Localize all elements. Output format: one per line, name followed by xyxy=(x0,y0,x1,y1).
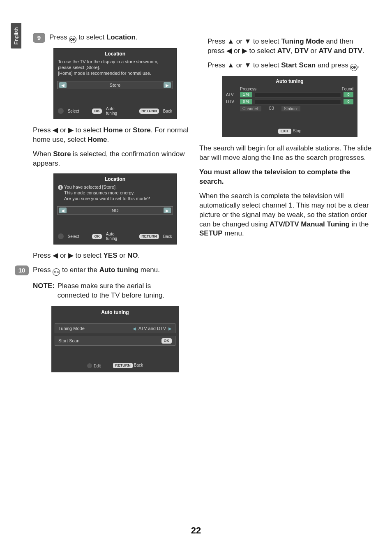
note-label: NOTE: xyxy=(33,282,55,290)
footer-select: Select xyxy=(68,109,79,113)
page-number: 22 xyxy=(0,525,392,536)
progress-bar xyxy=(255,99,341,104)
paragraph-home-or-store: Press ◀ or ▶ to select Home or Store. Fo… xyxy=(33,126,197,145)
osd-value: NO xyxy=(67,208,164,213)
progress-row-atv: ATV 1 % 0 xyxy=(222,91,357,98)
text-bold: DTV xyxy=(295,47,309,55)
dpad-icon xyxy=(87,363,92,368)
step-10: 10 Press OK to enter the Auto tuning men… xyxy=(15,265,197,276)
osd-desc: To use the TV for the display in a store… xyxy=(54,59,176,79)
footer-edit: Edit xyxy=(94,364,101,368)
row-label: Tuning Mode xyxy=(58,326,85,331)
progress-row-dtv: DTV 0 % 0 xyxy=(222,98,357,105)
ok-pill: OK xyxy=(92,108,102,114)
hdr-found: Found xyxy=(337,87,353,91)
text: You have selected [Store]. xyxy=(64,185,117,189)
paragraph-yes-no: Press ◀ or ▶ to select YES or NO. xyxy=(33,251,197,261)
text: Press xyxy=(49,33,69,41)
text: Press ◀ or ▶ to select xyxy=(33,252,104,259)
text: [Home] mode is recommended for normal us… xyxy=(58,71,151,76)
row-found: 0 xyxy=(344,99,353,104)
text: This mode consumes more energy. xyxy=(58,190,135,196)
text: To use the TV for the display in a store… xyxy=(58,59,158,70)
text-bold: Auto tuning xyxy=(99,266,138,274)
text: menu. xyxy=(138,266,160,274)
osd-location-store: Location To use the TV for the display i… xyxy=(53,48,177,119)
info-channel-label: Channel: xyxy=(240,106,261,111)
text: or xyxy=(118,252,128,259)
info-icon: ℹ xyxy=(58,185,63,190)
left-arrow-icon[interactable]: ◀ xyxy=(59,208,67,213)
progress-bar xyxy=(255,92,341,97)
return-pill: RETURN xyxy=(113,363,133,368)
text-bold: SETUP xyxy=(199,229,223,237)
osd-location-confirm: Location ℹYou have selected [Store]. Thi… xyxy=(53,173,177,245)
row-found: 0 xyxy=(344,92,353,97)
osd-title: Location xyxy=(54,174,176,185)
left-arrow-icon[interactable]: ◀ xyxy=(59,82,67,88)
text: . xyxy=(357,61,360,69)
dpad-icon xyxy=(58,233,64,239)
exit-pill: EXIT xyxy=(278,129,291,134)
ok-icon: OK xyxy=(53,268,60,276)
text-bold: ATV xyxy=(277,47,291,55)
dpad-icon xyxy=(58,108,64,114)
osd-footer: Edit RETURNBack xyxy=(51,360,179,372)
row-tuning-mode[interactable]: Tuning Mode ◀ ATV and DTV ▶ xyxy=(55,323,175,333)
footer-return: Back xyxy=(163,109,172,113)
ok-icon: OK xyxy=(350,64,357,71)
step-9-text: Press OK to select Location. xyxy=(49,33,197,43)
paragraph-start-scan: Press ▲ or ▼ to select Start Scan and pr… xyxy=(208,61,372,71)
row-start-scan[interactable]: Start Scan OK xyxy=(55,336,175,346)
left-arrow-icon[interactable]: ◀ xyxy=(133,326,136,331)
footer-return: Back xyxy=(134,363,143,367)
text: and press xyxy=(316,61,350,69)
osd-value-row[interactable]: ◀ NO ▶ xyxy=(57,206,173,215)
osd-value-row[interactable]: ◀ Store ▶ xyxy=(57,81,173,89)
language-tab: English xyxy=(11,23,21,48)
ok-pill[interactable]: OK xyxy=(161,338,172,344)
osd-title: Location xyxy=(54,48,176,59)
text-bold: Tuning Mode xyxy=(281,37,324,45)
text: , xyxy=(291,47,294,55)
ok-icon: OK xyxy=(69,36,76,43)
text-bold: Start Scan xyxy=(281,61,316,69)
osd-auto-tuning-progress: Auto tuning Progress Found ATV 1 % 0 DTV… xyxy=(222,76,357,137)
osd-footer: Select OK Auto tuning RETURN Back xyxy=(54,104,176,119)
text-bold: NO xyxy=(127,252,138,259)
osd-value: Store xyxy=(67,83,164,88)
step-10-text: Press OK to enter the Auto tuning menu. xyxy=(33,265,197,276)
osd-title: Auto tuning xyxy=(51,306,179,321)
right-arrow-icon[interactable]: ▶ xyxy=(164,208,171,213)
text: or xyxy=(309,47,319,55)
osd-progress-header: Progress Found xyxy=(222,87,357,91)
note-aerial: NOTE: Please make sure the aerial is con… xyxy=(33,282,197,300)
text-bold: You must allow the television to complet… xyxy=(199,168,350,185)
step-badge-9: 9 xyxy=(33,33,45,43)
osd-footer: EXITStop xyxy=(222,127,357,137)
text: menu. xyxy=(223,229,244,237)
text: or xyxy=(125,126,133,134)
row-label: Start Scan xyxy=(58,338,79,343)
text: Press xyxy=(33,266,53,274)
row-label: DTV xyxy=(226,99,238,104)
language-tab-label: English xyxy=(13,27,19,45)
right-arrow-icon[interactable]: ▶ xyxy=(164,82,171,88)
text-bold: Store xyxy=(53,150,71,158)
osd-progress-info: Channel: C3 Station: xyxy=(222,105,357,113)
info-station-label: Station: xyxy=(281,106,300,111)
text-bold: ATV and DTV xyxy=(318,47,362,55)
text-bold: YES xyxy=(104,252,118,259)
right-arrow-icon[interactable]: ▶ xyxy=(168,326,172,331)
text: Press ▲ or ▼ to select xyxy=(208,37,281,45)
text: in the xyxy=(350,220,369,228)
osd-desc: ℹYou have selected [Store]. This mode co… xyxy=(54,185,176,205)
text: Are you sure you want to set to this mod… xyxy=(58,196,150,202)
text: When xyxy=(33,150,53,158)
footer-ok: Auto tuning xyxy=(106,106,126,115)
paragraph-tuning-mode: Press ▲ or ▼ to select Tuning Mode and t… xyxy=(208,37,372,56)
text: . xyxy=(138,252,140,259)
return-pill: RETURN xyxy=(139,108,159,114)
osd-auto-tuning-menu: Auto tuning Tuning Mode ◀ ATV and DTV ▶ … xyxy=(51,306,179,372)
row-value: ATV and DTV xyxy=(138,326,166,331)
